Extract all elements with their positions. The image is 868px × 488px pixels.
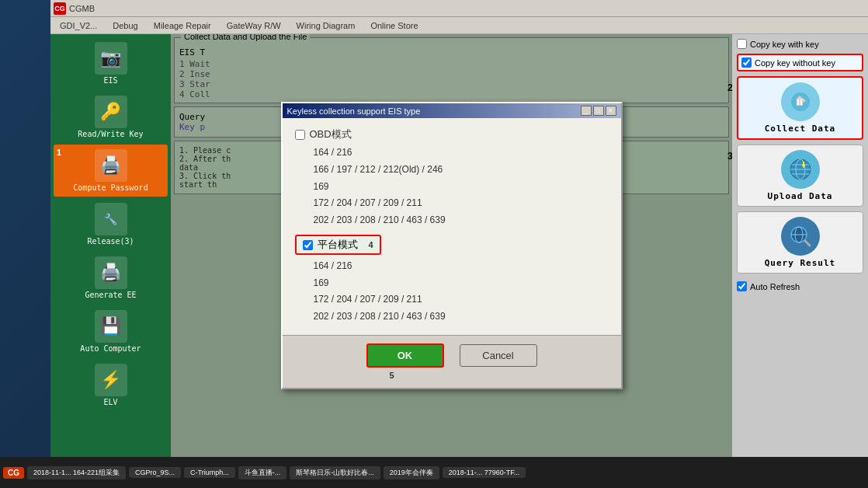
taskbar-item-5[interactable]: 斯琴格日乐-山歌好比春... — [290, 466, 380, 479]
dialog-title-bar: Keyless collection support EIS type _ □ … — [283, 103, 621, 118]
copy-key-with-key-row: Copy key with key — [737, 39, 863, 49]
upload-data-button[interactable]: Upload Data — [737, 145, 863, 207]
title-bar: CG CGMB — [50, 0, 868, 17]
collect-data-icon — [781, 82, 820, 121]
compute-password-label: Compute Password — [73, 183, 148, 192]
main-panel: Collect Data and Upload the File EIS T 1… — [171, 34, 732, 457]
svg-line-14 — [805, 241, 810, 246]
dialog-title: Keyless collection support EIS type — [287, 106, 421, 116]
collect-data-button[interactable]: Collect Data — [737, 76, 863, 140]
generate-ee-label: Generate EE — [85, 291, 136, 299]
taskbar-item-2[interactable]: CGPro_9S... — [129, 467, 181, 478]
auto-computer-icon: 💾 — [95, 310, 127, 343]
copy-key-without-key-checkbox[interactable] — [741, 58, 752, 68]
menu-gateway[interactable]: GateWay R/W — [220, 19, 287, 32]
query-result-button[interactable]: Query Result — [737, 211, 863, 274]
app-content: 📷 EIS 🔑 Read/Write Key 1 🖨️ Compute Pass… — [50, 34, 868, 457]
sidebar-item-eis[interactable]: 📷 EIS — [54, 37, 168, 89]
dialog-close-button[interactable]: ✕ — [606, 106, 616, 116]
query-result-icon — [781, 217, 820, 256]
step-4-label: 4 — [369, 240, 373, 249]
copy-key-with-key-checkbox[interactable] — [737, 39, 747, 49]
copy-key-without-key-label: Copy key without key — [755, 58, 835, 68]
query-icon-svg — [788, 224, 813, 249]
elv-icon: ⚡ — [95, 364, 127, 396]
auto-refresh-label: Auto Refresh — [750, 282, 800, 291]
eis-label: EIS — [103, 76, 117, 85]
sidebar-item-release[interactable]: 🔧 Release(3) — [54, 198, 168, 250]
desktop: CG CGMB GDI_V2... Debug Mileage Repair G… — [0, 0, 868, 488]
step-1-label: 1 — [57, 148, 61, 157]
query-result-label: Query Result — [765, 258, 835, 268]
generate-ee-icon: 🖨️ — [95, 256, 127, 289]
auto-refresh-checkbox[interactable] — [737, 281, 747, 291]
platform-row: 平台模式 4 — [295, 235, 609, 255]
dialog-content: OBD模式 164 / 216 166 / 197 / 212 / 212(Ol… — [283, 118, 621, 334]
taskbar-item-3[interactable]: C-Triumph... — [184, 467, 235, 478]
obd-modes: 164 / 216 166 / 197 / 212 / 212(Old) / 2… — [314, 145, 609, 228]
release-label: Release(3) — [87, 237, 134, 246]
taskbar: CG 2018-11-1... 164-221组采集 CGPro_9S... C… — [0, 457, 868, 488]
read-write-key-label: Read/Write Key — [78, 130, 143, 138]
menu-bar: GDI_V2... Debug Mileage Repair GateWay R… — [50, 17, 868, 34]
compute-password-icon: 🖨️ — [95, 149, 127, 182]
desktop-sidebar — [0, 0, 50, 457]
obd-row: OBD模式 — [295, 127, 609, 141]
release-icon: 🔧 — [95, 203, 127, 235]
step-5-label: 5 — [390, 371, 394, 380]
taskbar-item-7[interactable]: 2018-11-... 77960-TF... — [443, 467, 526, 478]
menu-debug[interactable]: Debug — [106, 19, 144, 32]
left-panel: 📷 EIS 🔑 Read/Write Key 1 🖨️ Compute Pass… — [50, 34, 171, 457]
eis-icon: 📷 — [95, 42, 127, 75]
platform-mode-container: 平台模式 4 — [295, 235, 381, 255]
dialog-box: Keyless collection support EIS type _ □ … — [281, 102, 623, 389]
menu-wiring[interactable]: Wiring Diagram — [290, 19, 362, 32]
menu-gdi[interactable]: GDI_V2... — [54, 19, 103, 32]
upload-data-label: Upload Data — [768, 191, 833, 201]
sidebar-item-auto-computer[interactable]: 💾 Auto Computer — [54, 305, 168, 357]
platform-checkbox[interactable] — [303, 240, 313, 250]
elv-label: ELV — [103, 398, 117, 406]
ok-button[interactable]: OK — [366, 343, 444, 368]
sidebar-item-generate-ee[interactable]: 🖨️ Generate EE — [54, 252, 168, 304]
right-panel: Copy key with key Copy key without key 2 — [732, 34, 868, 457]
sidebar-item-read-write-key[interactable]: 🔑 Read/Write Key — [54, 91, 168, 143]
upload-data-icon — [781, 150, 820, 189]
auto-refresh-row: Auto Refresh — [737, 281, 863, 291]
collect-data-label: Collect Data — [765, 124, 835, 134]
upload-icon-svg — [788, 157, 813, 182]
dialog-overlay: Keyless collection support EIS type _ □ … — [171, 34, 732, 457]
app-window: CG CGMB GDI_V2... Debug Mileage Repair G… — [50, 0, 868, 457]
platform-label: 平台模式 — [318, 238, 358, 252]
usb-icon-svg — [789, 90, 812, 113]
app-title: CGMB — [69, 4, 865, 13]
dialog-maximize-button[interactable]: □ — [593, 106, 604, 116]
sidebar-item-compute-password[interactable]: 1 🖨️ Compute Password — [54, 145, 168, 197]
menu-store[interactable]: Online Store — [364, 19, 424, 32]
svg-rect-3 — [802, 99, 805, 102]
dialog-minimize-button[interactable]: _ — [581, 106, 592, 116]
svg-rect-2 — [798, 96, 801, 99]
sidebar-item-elv[interactable]: ⚡ ELV — [54, 359, 168, 411]
dialog-title-buttons: _ □ ✕ — [581, 106, 616, 116]
taskbar-item-1[interactable]: 2018-11-1... 164-221组采集 — [27, 466, 126, 479]
copy-key-without-key-row: Copy key without key — [737, 54, 863, 71]
auto-computer-label: Auto Computer — [80, 344, 141, 353]
platform-modes: 164 / 216 169 172 / 204 / 207 / 209 / 21… — [314, 258, 609, 325]
obd-label: OBD模式 — [310, 127, 352, 141]
dialog-footer: OK Cancel 5 — [283, 335, 621, 388]
app-logo: CG — [54, 2, 66, 15]
copy-key-with-key-label: Copy key with key — [750, 40, 819, 49]
read-write-key-icon: 🔑 — [95, 96, 127, 128]
menu-mileage[interactable]: Mileage Repair — [148, 19, 217, 32]
taskbar-start[interactable]: CG — [3, 467, 24, 479]
obd-checkbox[interactable] — [295, 130, 305, 140]
taskbar-item-6[interactable]: 2019年会伴奏 — [384, 466, 439, 479]
cancel-button[interactable]: Cancel — [460, 344, 537, 367]
taskbar-item-4[interactable]: 斗鱼直播-... — [238, 466, 287, 479]
